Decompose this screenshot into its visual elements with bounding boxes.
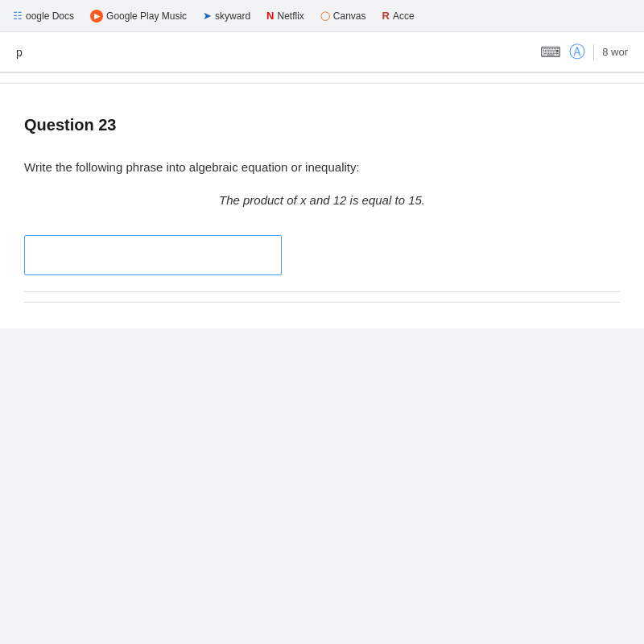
- bottom-line-2: [24, 302, 620, 303]
- question-prompt: Write the following phrase into algebrai…: [24, 159, 620, 177]
- google-docs-icon: ☷: [13, 10, 23, 22]
- skyward-icon: ➤: [203, 10, 212, 22]
- netflix-icon: N: [266, 10, 274, 22]
- bookmark-label-google-docs: oogle Docs: [26, 10, 74, 22]
- bookmark-netflix[interactable]: N Netflix: [260, 7, 311, 24]
- bookmark-google-play-music[interactable]: ▶ Google Play Music: [84, 7, 193, 25]
- answer-input[interactable]: [24, 235, 282, 275]
- bookmarks-bar: ☷ oogle Docs ▶ Google Play Music ➤ skywa…: [0, 0, 644, 32]
- bottom-line-1: [24, 291, 620, 292]
- bookmark-label-acce: Acce: [393, 10, 415, 22]
- bookmark-label-canvas: Canvas: [333, 10, 366, 22]
- answer-input-container: [24, 235, 282, 275]
- bookmark-label-netflix: Netflix: [278, 10, 304, 22]
- toolbar-divider: [593, 44, 594, 60]
- bookmark-skyward[interactable]: ➤ skyward: [196, 7, 257, 24]
- word-count: 8 wor: [602, 46, 628, 58]
- keyboard-icon[interactable]: ⌨: [540, 43, 561, 61]
- accessibility-icon[interactable]: Ⓐ: [569, 41, 585, 63]
- question-area: Question 23 Write the following phrase i…: [0, 84, 644, 328]
- top-bar-text: p: [16, 46, 23, 59]
- top-bar-right: ⌨ Ⓐ 8 wor: [540, 41, 628, 63]
- question-phrase: The product of x and 12 is equal to 15.: [24, 193, 620, 207]
- bookmark-acce[interactable]: R Acce: [376, 7, 421, 24]
- canvas-icon: ◯: [320, 10, 330, 21]
- top-bar: p ⌨ Ⓐ 8 wor: [0, 32, 644, 72]
- acce-icon: R: [382, 10, 390, 22]
- bookmark-label-skyward: skyward: [215, 10, 250, 22]
- bookmark-canvas[interactable]: ◯ Canvas: [314, 8, 373, 24]
- bookmark-label-google-play-music: Google Play Music: [106, 10, 187, 22]
- bottom-lines: [24, 291, 620, 303]
- bookmark-google-docs[interactable]: ☷ oogle Docs: [6, 7, 80, 24]
- question-title: Question 23: [24, 116, 620, 134]
- google-play-music-icon: ▶: [90, 10, 103, 23]
